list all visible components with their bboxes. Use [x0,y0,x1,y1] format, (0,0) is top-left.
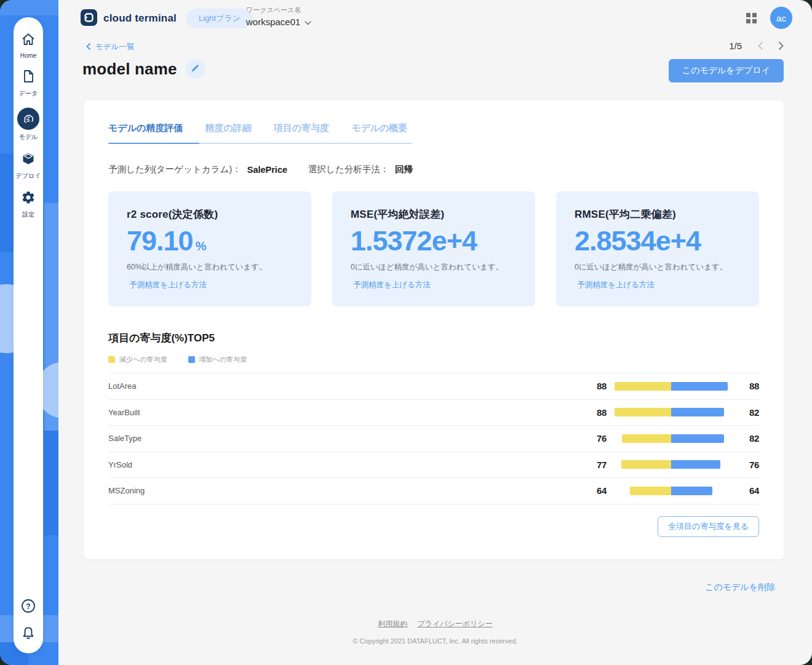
metric-title: MSE(平均絶対誤差) [351,207,517,221]
next-page-icon[interactable] [779,42,784,50]
sidebar-item-label: デプロイ [16,172,41,180]
contribution-bar [613,434,730,443]
target-column-label: 予測した列(ターゲットカラム)： [108,164,241,175]
improve-accuracy-link[interactable]: 予測精度を上げる方法 [353,280,431,290]
metric-description: 60%以上が精度高いと言われています。 [127,262,293,273]
plan-badge: Lightプラン [186,9,253,28]
chart-legend: 減少への寄与度 増加への寄与度 [108,355,759,364]
sidebar-item-data[interactable]: データ [19,69,38,98]
increase-value: 64 [736,485,759,496]
document-icon [21,69,36,86]
brain-icon [17,108,39,130]
workspace-selector[interactable]: workspace01 [246,17,311,27]
metric-title: RMSE(平均二乗偏差) [575,207,741,221]
workspace-label: ワークスペース名 [246,6,311,15]
model-summary-line: 予測した列(ターゲットカラム)： SalePrice 選択した分析手法： 回帰 [108,164,759,175]
breadcrumb[interactable]: モデル一覧 [86,42,134,52]
sidebar-item-label: Home [20,52,37,59]
increase-value: 76 [736,460,759,470]
decrease-value: 76 [583,433,607,444]
bell-icon[interactable] [20,625,36,641]
target-column-value: SalePrice [247,165,287,175]
metric-card-r2: r2 score(決定係数) 79.10% 60%以上が精度高いと言われています… [108,191,311,306]
improve-accuracy-link[interactable]: 予測精度を上げる方法 [577,280,655,290]
decrease-value: 88 [583,381,607,391]
contribution-bar [613,382,730,391]
metric-value: 2.8534e+4 [575,225,701,257]
tab-underline [108,143,412,144]
prev-page-icon[interactable] [758,42,763,50]
contribution-bar [613,408,730,416]
contribution-row: YearBuilt 88 82 [108,400,759,426]
cube-icon [21,151,36,169]
contribution-row: MSZoning 64 64 [108,478,759,504]
pagination: 1/5 [729,41,784,51]
home-icon [21,32,36,49]
svg-text:?: ? [26,602,30,611]
deploy-model-button[interactable]: このモデルをデプロイ [669,59,784,82]
copyright-text: © Copyright 2021 DATAFLUCT, Inc. All rig… [58,637,812,645]
decrease-legend-swatch [108,356,115,363]
metric-value: 1.5372e+4 [351,225,477,257]
edit-model-name-button[interactable] [186,59,205,79]
metric-cards: r2 score(決定係数) 79.10% 60%以上が精度高いと言われています… [108,191,759,306]
sidebar-item-label: モデル [19,133,38,141]
legend-label: 増加への寄与度 [199,355,247,364]
tab-contribution[interactable]: 項目の寄与度 [274,122,329,144]
chevron-down-icon [304,17,311,27]
sidebar-item-label: 設定 [22,210,34,219]
app-window: Home データ モデル [0,0,812,665]
metric-card-mse: MSE(平均絶対誤差) 1.5372e+4 0に近いほど精度が高いと言われていま… [332,191,535,306]
model-evaluation-card: モデルの精度評価 精度の詳細 項目の寄与度 モデルの概要 予測した列(ターゲット… [84,100,784,559]
avatar[interactable]: ac [770,7,792,29]
contribution-row: SaleType 76 82 [108,426,759,452]
workspace-name: workspace01 [246,17,300,27]
breadcrumb-label: モデル一覧 [95,42,134,52]
metric-card-rmse: RMSE(平均二乗偏差) 2.8534e+4 0に近いほど精度が高いと言われてい… [556,191,759,306]
tab-accuracy-detail[interactable]: 精度の詳細 [205,122,251,144]
metric-description: 0に近いほど精度が高いと言われています。 [351,262,517,273]
decrease-value: 88 [583,407,607,418]
page-indicator: 1/5 [729,41,742,51]
contribution-bar [613,487,730,495]
terms-link[interactable]: 利用規約 [378,619,407,629]
increase-value: 82 [736,433,759,444]
tab-bar: モデルの精度評価 精度の詳細 項目の寄与度 モデルの概要 [108,122,412,144]
legend-label: 減少への寄与度 [119,355,167,364]
contribution-row: YrSold 77 76 [108,452,759,479]
metric-description: 0に近いほど精度が高いと言われています。 [575,262,741,273]
chevron-left-icon [86,43,90,52]
privacy-policy-link[interactable]: プライバシーポリシー [417,619,492,629]
increase-value: 88 [736,381,759,391]
sidebar-item-settings[interactable]: 設定 [21,190,36,219]
contribution-section-title: 項目の寄与度(%)TOP5 [108,331,759,345]
sidebar-item-label: データ [19,89,38,98]
help-icon[interactable]: ? [20,598,36,614]
improve-accuracy-link[interactable]: 予測精度を上げる方法 [129,280,207,290]
increase-legend-swatch [188,356,195,363]
feature-name: YrSold [108,460,583,469]
tab-model-overview[interactable]: モデルの概要 [351,122,407,144]
contribution-bar [613,460,730,469]
feature-name: MSZoning [108,486,583,495]
decrease-value: 77 [583,460,607,470]
apps-grid-icon[interactable] [746,13,757,23]
app-logo-text: cloud terminal [103,12,177,25]
sidebar-item-deploy[interactable]: デプロイ [16,151,41,180]
tab-accuracy-evaluation[interactable]: モデルの精度評価 [108,122,183,144]
gear-icon [21,190,36,207]
sidebar-item-home[interactable]: Home [20,32,37,59]
decrease-value: 64 [583,485,607,496]
pencil-icon [191,63,200,74]
contribution-row: LotArea 88 88 [108,373,759,400]
sidebar-item-model[interactable]: モデル [17,108,39,141]
metric-title: r2 score(決定係数) [127,207,293,221]
view-all-contributions-button[interactable]: 全項目の寄与度を見る [658,516,759,537]
metric-unit: % [196,239,207,253]
delete-model-link[interactable]: このモデルを削除 [705,582,775,593]
increase-value: 82 [736,407,759,418]
analysis-method-label: 選択した分析手法： [308,164,389,175]
contribution-table: LotArea 88 88 YearBuilt 88 82 SaleType 7… [108,373,759,504]
analysis-method-value: 回帰 [395,164,413,175]
feature-name: LotArea [108,381,583,391]
